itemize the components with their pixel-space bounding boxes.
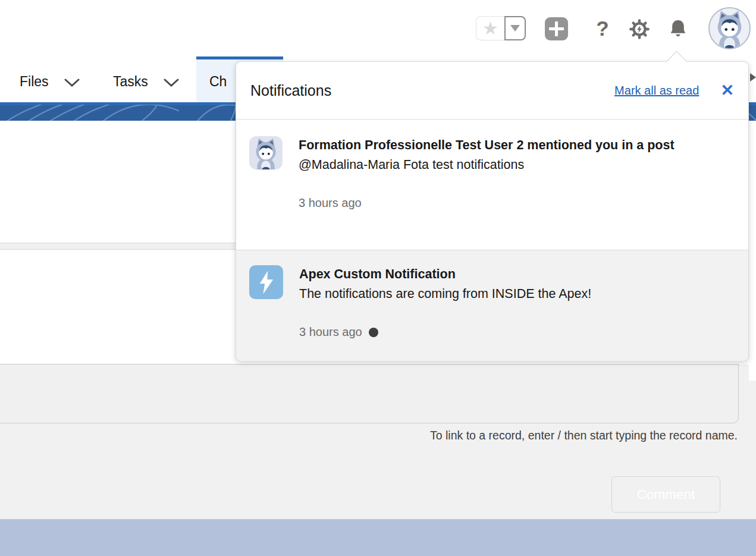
tab-files-label: Files [20,74,49,90]
favorite-star-icon: ★ [482,20,498,37]
help-button[interactable]: ? [593,16,612,41]
mark-all-as-read-link[interactable]: Mark all as read [614,84,699,98]
unread-dot [369,328,378,337]
favorite-button[interactable]: ★ [476,16,504,40]
footer-bar [0,519,756,556]
chevron-down-icon [164,78,179,87]
notification-body: The notifications are coming from INSIDE… [299,285,719,303]
tab-chatter-truncated[interactable]: Ch [209,74,227,90]
favorite-button-group: ★ [476,16,526,40]
timestamp-text: 3 hours ago [299,325,362,339]
notification-content: Apex Custom Notification The notificatio… [299,265,719,361]
tab-tasks-label: Tasks [113,74,148,90]
timestamp-text: 3 hours ago [299,196,362,210]
notifications-panel: Notifications Mark all as read ✕ Formati… [236,61,749,361]
notification-item-mention[interactable]: Formation Professionelle Test User 2 men… [236,120,748,250]
right-rail-sliver [749,121,756,381]
tab-chatter-label: Ch [209,74,227,90]
gear-icon [628,18,651,40]
setup-button[interactable] [628,18,651,40]
lightning-bolt-icon [256,270,277,295]
notifications-panel-header: Notifications Mark all as read ✕ [236,62,748,120]
notification-timestamp: 3 hours ago [299,196,719,210]
comment-textarea[interactable] [0,364,739,423]
tab-tasks[interactable]: Tasks [113,74,179,90]
tab-overflow-chevron-icon[interactable] [750,73,756,81]
tab-files[interactable]: Files [20,74,80,90]
user-profile-button[interactable] [708,7,751,49]
astro-avatar-icon [710,8,749,48]
favorite-dropdown-button[interactable] [504,16,526,40]
right-rail-sliver-gray [749,381,756,519]
global-actions-button[interactable] [545,17,568,40]
notification-item-apex[interactable]: Apex Custom Notification The notificatio… [236,250,748,361]
favorite-dropdown-icon [510,25,520,32]
apex-notification-icon [249,265,283,299]
astro-avatar [249,136,283,169]
bell-icon [667,17,689,42]
panel-title: Notifications [250,82,331,99]
notification-title: Formation Professionelle Test User 2 men… [299,136,719,155]
notification-body: @Madalina-Maria Fota test notifications [299,156,719,174]
question-mark-icon: ? [596,17,608,40]
comment-button[interactable]: Comment [611,476,720,513]
notifications-button[interactable] [667,17,689,42]
notification-content: Formation Professionelle Test User 2 men… [299,136,719,250]
notification-title: Apex Custom Notification [299,265,719,284]
notification-timestamp: 3 hours ago [299,325,719,339]
chevron-down-icon [64,78,80,87]
astro-avatar-icon [249,136,283,169]
close-icon[interactable]: ✕ [720,83,734,99]
record-link-hint: To link to a record, enter / then start … [430,429,738,442]
